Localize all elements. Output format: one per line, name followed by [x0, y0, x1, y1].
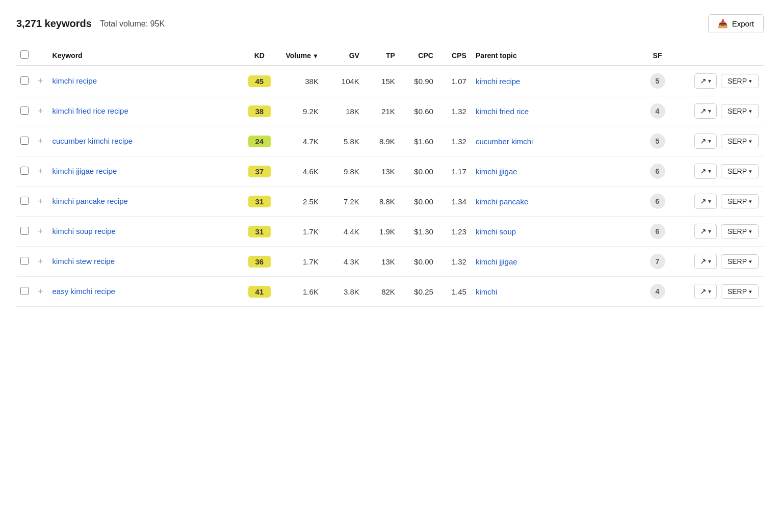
- kd-badge: 45: [248, 75, 271, 87]
- cps-cell: 1.45: [438, 277, 472, 307]
- trend-dropdown-icon: ▾: [708, 288, 711, 295]
- parent-topic-link[interactable]: kimchi: [476, 287, 498, 296]
- trend-button[interactable]: ↗ ▾: [694, 134, 717, 149]
- trend-button[interactable]: ↗ ▾: [694, 254, 717, 269]
- serp-button[interactable]: SERP ▾: [721, 194, 759, 208]
- trend-icon: ↗: [700, 197, 707, 206]
- row-add-cell[interactable]: +: [34, 156, 48, 187]
- parent-topic-link[interactable]: kimchi pancake: [476, 197, 528, 206]
- serp-label: SERP: [727, 137, 747, 145]
- table-row: + kimchi jjigae recipe 37 4.6K 9.8K 13K …: [16, 156, 764, 187]
- trend-button[interactable]: ↗ ▾: [694, 224, 717, 239]
- gv-cell: 9.8K: [324, 156, 365, 187]
- sf-cell: 6: [644, 156, 672, 187]
- serp-button[interactable]: SERP ▾: [721, 284, 759, 299]
- parent-topic-link[interactable]: kimchi soup: [476, 227, 516, 236]
- actions-cell: ↗ ▾ SERP ▾: [672, 217, 764, 247]
- row-checkbox[interactable]: [20, 197, 29, 205]
- row-add-cell[interactable]: +: [34, 66, 48, 96]
- keyword-link[interactable]: kimchi recipe: [53, 76, 97, 85]
- kd-badge: 31: [248, 196, 271, 207]
- kd-badge: 38: [248, 105, 271, 117]
- serp-dropdown-icon: ▾: [749, 138, 752, 145]
- trend-icon: ↗: [700, 167, 707, 176]
- trend-button[interactable]: ↗ ▾: [694, 284, 717, 299]
- kd-badge: 36: [248, 256, 271, 268]
- row-checkbox-cell: [16, 96, 34, 126]
- kd-cell: 24: [242, 126, 278, 156]
- row-checkbox-cell: [16, 187, 34, 217]
- kd-badge: 31: [248, 226, 271, 237]
- gv-cell: 5.8K: [324, 126, 365, 156]
- actions-cell: ↗ ▾ SERP ▾: [672, 156, 764, 187]
- row-checkbox[interactable]: [20, 167, 29, 175]
- export-button[interactable]: 📥 Export: [708, 14, 764, 33]
- select-all-checkbox[interactable]: [20, 50, 29, 59]
- kd-badge: 24: [248, 136, 271, 147]
- th-cps: CPS: [438, 45, 472, 66]
- serp-label: SERP: [727, 77, 747, 85]
- serp-label: SERP: [727, 287, 747, 296]
- row-checkbox[interactable]: [20, 137, 29, 145]
- row-add-cell[interactable]: +: [34, 126, 48, 156]
- serp-button[interactable]: SERP ▾: [721, 134, 759, 148]
- th-checkbox: [16, 45, 34, 66]
- table-header: Keyword KD Volume▼ GV TP CPC CPS Parent …: [16, 45, 764, 66]
- keywords-count: 3,271 keywords: [16, 18, 92, 30]
- parent-topic-cell: kimchi soup: [472, 217, 644, 247]
- row-checkbox[interactable]: [20, 227, 29, 235]
- trend-button[interactable]: ↗ ▾: [694, 194, 717, 209]
- parent-topic-link[interactable]: kimchi recipe: [476, 77, 521, 86]
- keyword-link[interactable]: kimchi jjigae recipe: [53, 167, 117, 175]
- row-add-cell[interactable]: +: [34, 247, 48, 277]
- serp-button[interactable]: SERP ▾: [721, 74, 759, 88]
- row-add-cell[interactable]: +: [34, 217, 48, 247]
- trend-icon: ↗: [700, 257, 707, 266]
- cps-cell: 1.23: [438, 217, 472, 247]
- sort-arrow-icon: ▼: [313, 52, 319, 60]
- trend-button[interactable]: ↗ ▾: [694, 164, 717, 179]
- parent-topic-link[interactable]: kimchi fried rice: [476, 107, 529, 116]
- parent-topic-cell: kimchi jjigae: [472, 156, 644, 187]
- row-checkbox[interactable]: [20, 76, 29, 85]
- serp-button[interactable]: SERP ▾: [721, 254, 759, 269]
- actions-cell: ↗ ▾ SERP ▾: [672, 187, 764, 217]
- row-add-cell[interactable]: +: [34, 96, 48, 126]
- keyword-cell: kimchi pancake recipe: [48, 187, 242, 217]
- actions-cell: ↗ ▾ SERP ▾: [672, 277, 764, 307]
- keyword-link[interactable]: easy kimchi recipe: [53, 287, 115, 296]
- row-add-cell[interactable]: +: [34, 277, 48, 307]
- trend-button[interactable]: ↗ ▾: [694, 103, 717, 119]
- serp-dropdown-icon: ▾: [749, 108, 752, 115]
- cps-cell: 1.07: [438, 66, 472, 96]
- gv-cell: 7.2K: [324, 187, 365, 217]
- row-checkbox-cell: [16, 247, 34, 277]
- row-checkbox[interactable]: [20, 107, 29, 115]
- volume-cell: 1.7K: [278, 247, 324, 277]
- cpc-cell: $0.25: [400, 277, 438, 307]
- row-checkbox[interactable]: [20, 287, 29, 295]
- row-checkbox[interactable]: [20, 257, 29, 265]
- parent-topic-link[interactable]: kimchi jjigae: [476, 257, 517, 266]
- parent-topic-cell: kimchi jjigae: [472, 247, 644, 277]
- th-actions: [672, 45, 764, 66]
- parent-topic-link[interactable]: kimchi jjigae: [476, 167, 517, 176]
- parent-topic-cell: kimchi fried rice: [472, 96, 644, 126]
- keyword-link[interactable]: kimchi soup recipe: [53, 227, 116, 235]
- keyword-link[interactable]: kimchi pancake recipe: [53, 197, 128, 205]
- sf-badge: 6: [650, 224, 665, 239]
- row-add-cell[interactable]: +: [34, 187, 48, 217]
- serp-button[interactable]: SERP ▾: [721, 164, 759, 178]
- trend-button[interactable]: ↗ ▾: [694, 73, 717, 89]
- keyword-link[interactable]: kimchi fried rice recipe: [53, 107, 128, 115]
- serp-button[interactable]: SERP ▾: [721, 104, 759, 118]
- table-row: + kimchi fried rice recipe 38 9.2K 18K 2…: [16, 96, 764, 126]
- gv-cell: 4.4K: [324, 217, 365, 247]
- parent-topic-link[interactable]: cucumber kimchi: [476, 137, 533, 146]
- keyword-link[interactable]: kimchi stew recipe: [53, 257, 115, 265]
- keyword-link[interactable]: cucumber kimchi recipe: [53, 137, 133, 145]
- keyword-cell: easy kimchi recipe: [48, 277, 242, 307]
- row-checkbox-cell: [16, 277, 34, 307]
- sf-badge: 4: [650, 284, 665, 299]
- serp-button[interactable]: SERP ▾: [721, 224, 759, 238]
